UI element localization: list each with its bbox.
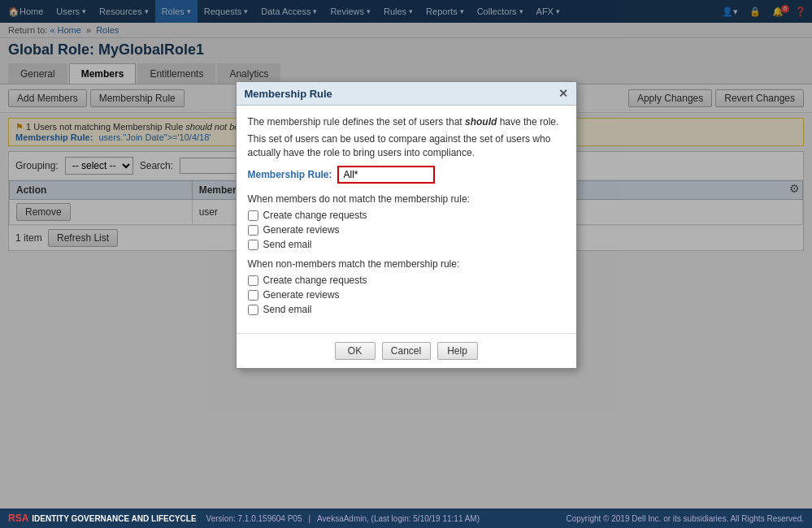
nonmembers-send-email-checkbox[interactable] — [248, 305, 258, 315]
product-name: IDENTITY GOVERNANCE AND LIFECYCLE — [32, 514, 196, 523]
members-generate-reviews-label: Generate reviews — [263, 224, 340, 236]
modal-cancel-button[interactable]: Cancel — [382, 342, 431, 360]
when-nonmembers-section: When non-members match the membership ru… — [248, 258, 565, 315]
version-text: Version: 7.1.0.159604 P05 — [206, 514, 302, 523]
members-generate-reviews-checkbox[interactable] — [248, 225, 258, 236]
page-footer: RSA IDENTITY GOVERNANCE AND LIFECYCLE Ve… — [0, 509, 812, 528]
when-members-section: When members do not match the membership… — [248, 193, 565, 250]
nonmembers-option-1: Create change requests — [248, 275, 565, 286]
modal-description-1: The membership rule defines the set of u… — [248, 115, 565, 129]
modal-header: Membership Rule ✕ — [237, 82, 576, 106]
nonmembers-send-email-label: Send email — [263, 304, 312, 315]
modal-close-button[interactable]: ✕ — [558, 87, 568, 100]
members-option-3: Send email — [248, 239, 565, 250]
modal-overlay: Membership Rule ✕ The membership rule de… — [0, 0, 812, 509]
members-create-changes-label: Create change requests — [263, 210, 367, 221]
nonmembers-generate-reviews-label: Generate reviews — [263, 289, 340, 301]
modal-body: The membership rule defines the set of u… — [237, 106, 576, 333]
nonmembers-generate-reviews-checkbox[interactable] — [248, 290, 258, 301]
modal-description-2: This set of users can be used to compare… — [248, 132, 565, 160]
members-create-changes-checkbox[interactable] — [248, 210, 258, 221]
copyright-text: Copyright © 2019 Dell Inc. or its subsid… — [567, 514, 805, 523]
modal-ok-button[interactable]: OK — [335, 342, 376, 360]
modal-footer: OK Cancel Help — [237, 333, 576, 368]
rsa-brand: RSA — [8, 513, 28, 524]
members-option-1: Create change requests — [248, 210, 565, 221]
modal-title: Membership Rule — [245, 88, 332, 100]
members-option-2: Generate reviews — [248, 224, 565, 236]
separator: | — [308, 514, 310, 523]
when-nonmembers-label: When non-members match the membership ru… — [248, 258, 565, 270]
members-send-email-checkbox[interactable] — [248, 240, 258, 250]
members-send-email-label: Send email — [263, 239, 312, 250]
modal-rule-label: Membership Rule: — [248, 169, 337, 180]
when-members-label: When members do not match the membership… — [248, 193, 565, 205]
modal-help-button[interactable]: Help — [437, 342, 478, 360]
nonmembers-option-2: Generate reviews — [248, 289, 565, 301]
nonmembers-create-changes-checkbox[interactable] — [248, 275, 258, 286]
nonmembers-create-changes-label: Create change requests — [263, 275, 367, 286]
nonmembers-option-3: Send email — [248, 304, 565, 315]
user-info: AveksaAdmin, (Last login: 5/10/19 11:11 … — [317, 514, 480, 523]
modal-rule-input[interactable] — [337, 166, 435, 184]
membership-rule-modal: Membership Rule ✕ The membership rule de… — [236, 81, 577, 369]
modal-rule-row: Membership Rule: — [248, 166, 565, 184]
footer-logo: RSA IDENTITY GOVERNANCE AND LIFECYCLE Ve… — [8, 513, 480, 524]
modal-italic: should — [465, 116, 497, 128]
